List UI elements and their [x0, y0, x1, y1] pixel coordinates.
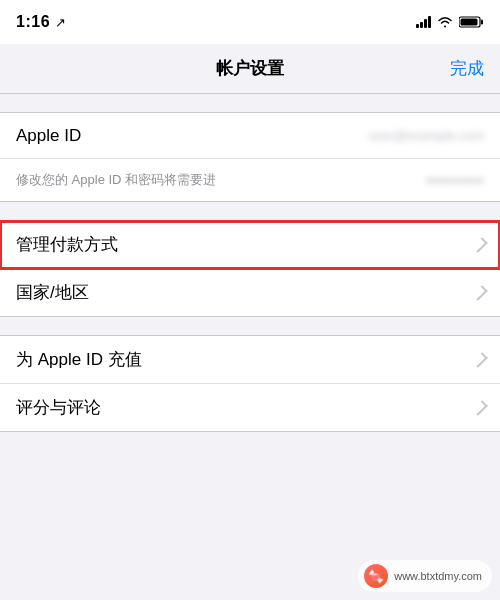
section-gap-3	[0, 317, 500, 335]
country-region-row[interactable]: 国家/地区	[0, 269, 500, 316]
topup-apple-id-row[interactable]: 为 Apple ID 充值	[0, 336, 500, 384]
apple-id-section: Apple ID user@example.com 修改您的 Apple ID …	[0, 112, 500, 202]
time-display: 1:16	[16, 13, 50, 30]
ratings-label: 评分与评论	[16, 396, 476, 419]
apple-id-value: user@example.com	[368, 128, 484, 143]
ratings-left: 评分与评论	[16, 396, 476, 419]
status-bar: 1:16 ↗	[0, 0, 500, 44]
apple-id-sub-row: 修改您的 Apple ID 和密码将需要进 ●●●●●●●●	[0, 159, 500, 201]
apple-id-sublabel: 修改您的 Apple ID 和密码将需要进	[16, 171, 426, 189]
apple-id-label: Apple ID	[16, 126, 368, 146]
country-region-right	[476, 286, 484, 300]
battery-icon	[459, 16, 484, 28]
manage-payment-left: 管理付款方式	[16, 233, 476, 256]
ratings-right	[476, 401, 484, 415]
status-arrow: ↗	[55, 15, 67, 30]
topup-right	[476, 353, 484, 367]
apple-id-left: Apple ID	[16, 126, 368, 146]
nav-done-button[interactable]: 完成	[450, 57, 484, 80]
apple-id-right: user@example.com	[368, 128, 484, 143]
nav-title: 帐户设置	[216, 57, 284, 80]
nav-bar: 帐户设置 完成	[0, 44, 500, 94]
apple-id-row[interactable]: Apple ID user@example.com	[0, 113, 500, 159]
section-gap-1	[0, 94, 500, 112]
country-region-left: 国家/地区	[16, 281, 476, 304]
status-time: 1:16 ↗	[16, 13, 66, 31]
apple-id-sub-left: 修改您的 Apple ID 和密码将需要进	[16, 171, 426, 189]
wifi-icon	[437, 16, 453, 28]
svg-rect-1	[481, 20, 483, 25]
watermark-emoji: 🍬	[368, 569, 384, 584]
watermark: 🍬 www.btxtdmy.com	[358, 560, 492, 592]
svg-rect-2	[461, 19, 478, 26]
menu-section-1: 管理付款方式 国家/地区	[0, 220, 500, 317]
ratings-reviews-row[interactable]: 评分与评论	[0, 384, 500, 431]
watermark-icon: 🍬	[364, 564, 388, 588]
topup-left: 为 Apple ID 充值	[16, 348, 476, 371]
menu-section-2: 为 Apple ID 充值 评分与评论	[0, 335, 500, 432]
manage-payment-right	[476, 238, 484, 252]
topup-label: 为 Apple ID 充值	[16, 348, 476, 371]
section-gap-2	[0, 202, 500, 220]
country-region-label: 国家/地区	[16, 281, 476, 304]
page-wrapper: 1:16 ↗ 帐户设置	[0, 0, 500, 600]
watermark-text: www.btxtdmy.com	[394, 570, 482, 582]
apple-id-sub-value: ●●●●●●●●	[426, 173, 484, 187]
manage-payment-label: 管理付款方式	[16, 233, 476, 256]
apple-id-sub-right: ●●●●●●●●	[426, 173, 484, 187]
status-icons	[416, 16, 484, 28]
manage-payment-row[interactable]: 管理付款方式	[0, 221, 500, 269]
signal-icon	[416, 16, 431, 28]
